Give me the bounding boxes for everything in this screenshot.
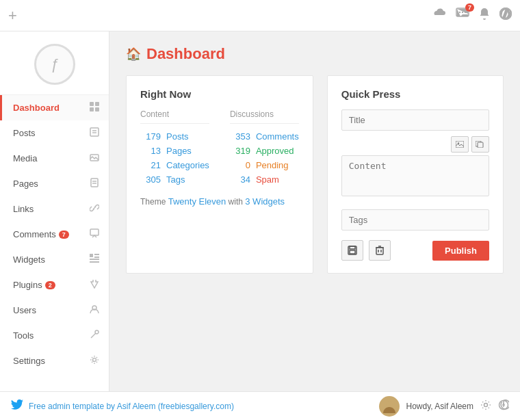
- sidebar-item-widgets[interactable]: Widgets: [0, 247, 109, 272]
- cloud-icon[interactable]: [432, 8, 446, 23]
- comments-disc-link[interactable]: Comments: [256, 131, 299, 142]
- pages-link[interactable]: Pages: [166, 146, 192, 156]
- posts-link[interactable]: Posts: [166, 131, 189, 142]
- footer-logout-icon[interactable]: [498, 399, 509, 412]
- svg-point-1: [459, 12, 460, 13]
- logo-icon: ƒ: [50, 55, 58, 73]
- discussions-col: Discussions 353 Comments 319 Approved 0 …: [230, 109, 299, 187]
- svg-point-3: [465, 12, 466, 13]
- discussions-header: Discussions: [230, 109, 299, 124]
- sidebar-item-users[interactable]: Users: [0, 298, 109, 323]
- quick-press-title-input[interactable]: [341, 109, 489, 131]
- add-new-button[interactable]: +: [8, 7, 17, 25]
- logo-circle: ƒ: [34, 44, 75, 85]
- sidebar-item-dashboard[interactable]: Dashboard: [0, 95, 109, 120]
- rn-comments-row: 353 Comments: [230, 129, 299, 144]
- svg-point-38: [484, 404, 488, 407]
- svg-rect-29: [478, 142, 483, 148]
- rn-approved-row: 319 Approved: [230, 144, 299, 158]
- tags-link[interactable]: Tags: [166, 174, 185, 185]
- sidebar-item-posts[interactable]: Posts: [0, 120, 109, 146]
- content-area: 🏠 Dashboard Right Now Content 179 Posts …: [109, 31, 520, 391]
- svg-rect-16: [90, 229, 99, 235]
- links-nav-icon: [90, 203, 99, 215]
- plugins-sidebar-badge: 2: [45, 281, 55, 289]
- page-header: 🏠 Dashboard: [126, 45, 504, 63]
- svg-rect-9: [90, 128, 99, 136]
- qp-gallery-button[interactable]: [471, 136, 489, 153]
- quick-press-title: Quick Press: [341, 88, 489, 100]
- comments-count: 353: [230, 131, 250, 142]
- quick-press-save-button[interactable]: [341, 240, 363, 261]
- tools-nav-icon: [90, 330, 99, 341]
- posts-count: 179: [140, 131, 161, 142]
- sidebar-item-links[interactable]: Links: [0, 196, 109, 222]
- footer-settings-icon[interactable]: [480, 399, 491, 412]
- top-bar-right: 7: [432, 8, 512, 23]
- svg-rect-13: [91, 179, 98, 187]
- users-nav-icon: [90, 304, 99, 316]
- approved-count: 319: [230, 146, 250, 156]
- page-header-icon: 🏠: [126, 47, 141, 62]
- pending-count: 0: [230, 160, 250, 170]
- footer-right: Howdy, Asif Aleem: [379, 396, 509, 417]
- settings-nav-icon: [90, 355, 99, 367]
- sidebar-item-comments[interactable]: Comments 7: [0, 222, 109, 247]
- right-now-panel: Right Now Content 179 Posts 13 Pages: [126, 75, 313, 274]
- quick-press-content-input[interactable]: [341, 155, 489, 196]
- approved-link[interactable]: Approved: [256, 146, 294, 156]
- svg-point-37: [386, 401, 393, 408]
- sidebar-item-pages[interactable]: Pages: [0, 171, 109, 196]
- content-col: Content 179 Posts 13 Pages 21 Categories: [140, 109, 209, 187]
- bell-icon[interactable]: [479, 8, 490, 23]
- media-nav-icon: [90, 153, 99, 164]
- svg-rect-8: [95, 107, 99, 111]
- comments-icon[interactable]: 7: [456, 8, 469, 23]
- spam-link[interactable]: Spam: [256, 174, 279, 185]
- dashboard-nav-icon: [90, 102, 99, 114]
- pending-link[interactable]: Pending: [256, 160, 289, 170]
- quick-press-trash-button[interactable]: [369, 240, 391, 261]
- widgets-link[interactable]: 3 Widgets: [245, 196, 285, 207]
- wordpress-icon[interactable]: [499, 8, 512, 23]
- svg-point-24: [95, 330, 99, 334]
- sidebar-item-settings[interactable]: Settings: [0, 348, 109, 373]
- top-bar: + 7: [0, 0, 520, 31]
- svg-rect-5: [90, 102, 94, 106]
- rn-categories-row: 21 Categories: [140, 158, 209, 172]
- theme-line: Theme Twenty Eleven with 3 Widgets: [140, 196, 299, 207]
- right-now-grid: Content 179 Posts 13 Pages 21 Categories: [140, 109, 299, 187]
- footer: Free admin template by Asif Aleem (freeb…: [0, 391, 520, 420]
- sidebar-item-media[interactable]: Media: [0, 146, 109, 171]
- comments-badge: 7: [465, 3, 474, 12]
- svg-rect-7: [90, 107, 94, 111]
- panels-row: Right Now Content 179 Posts 13 Pages: [126, 75, 504, 274]
- sidebar-item-tools[interactable]: Tools: [0, 323, 109, 348]
- footer-username: Howdy, Asif Aleem: [406, 402, 473, 411]
- qp-image-button[interactable]: [451, 136, 469, 153]
- posts-nav-icon: [90, 127, 99, 139]
- sidebar-nav: Dashboard Posts Media Pages: [0, 95, 109, 391]
- top-bar-left: +: [8, 7, 17, 25]
- categories-count: 21: [140, 160, 161, 170]
- right-now-title: Right Now: [140, 88, 299, 100]
- rn-pages-row: 13 Pages: [140, 144, 209, 158]
- rn-pending-row: 0 Pending: [230, 158, 299, 172]
- theme-name-link[interactable]: Twenty Eleven: [168, 196, 226, 207]
- categories-link[interactable]: Categories: [166, 160, 209, 170]
- twitter-icon: [11, 399, 23, 412]
- quick-press-publish-button[interactable]: Publish: [432, 241, 489, 261]
- sidebar-item-plugins[interactable]: Plugins 2: [0, 272, 109, 298]
- rn-tags-row: 305 Tags: [140, 172, 209, 187]
- content-header: Content: [140, 109, 209, 124]
- svg-rect-17: [90, 254, 93, 257]
- svg-rect-21: [90, 261, 99, 263]
- quick-press-tags-input[interactable]: [341, 209, 489, 231]
- pages-count: 13: [140, 146, 161, 156]
- tags-count: 305: [140, 174, 161, 185]
- sidebar-logo: ƒ: [0, 31, 109, 95]
- footer-attribution-link[interactable]: Free admin template by Asif Aleem (freeb…: [29, 402, 234, 411]
- footer-left: Free admin template by Asif Aleem (freeb…: [11, 399, 234, 412]
- spam-count: 34: [230, 174, 250, 185]
- user-avatar: [379, 396, 400, 417]
